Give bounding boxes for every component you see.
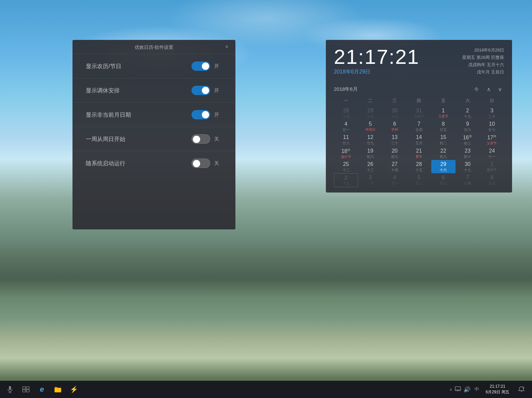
prev-month-button[interactable]: ∧ bbox=[485, 85, 493, 93]
taskbar-icon-sublime[interactable]: ⚡ bbox=[66, 382, 81, 397]
cal-day-jun4[interactable]: 4 廿一 bbox=[334, 120, 358, 133]
cal-week-4: 18休 端午节 19 初六 20 初七 21 夏至 22 初九 23 初十 bbox=[334, 147, 504, 160]
cal-day-jun8[interactable]: 8 廿五 bbox=[431, 120, 456, 133]
weekday-wed: 三 bbox=[382, 96, 407, 105]
toggle-holiday[interactable] bbox=[192, 86, 210, 95]
clock-info: 2018年6月29日 星期五 第26周 巨蟹座 戊戌狗年 五月十六 戊午月 壬辰… bbox=[462, 47, 504, 76]
network-icon bbox=[455, 386, 461, 391]
clock-section: 21:17:21 2018年6月29日 2018年6月29日 星期五 第26周 … bbox=[334, 47, 504, 80]
taskbar-icon-microphone[interactable] bbox=[3, 382, 17, 397]
cal-day-jul5[interactable]: 5 廿二 bbox=[407, 173, 431, 187]
tray-volume-icon[interactable]: 🔊 bbox=[464, 386, 470, 393]
cal-day-jun2[interactable]: 2 十九 bbox=[456, 106, 480, 120]
taskbar-left: e ⚡ bbox=[0, 382, 446, 397]
next-month-button[interactable]: ∨ bbox=[496, 85, 504, 93]
clock-info-line1: 2018年6月29日 bbox=[462, 47, 504, 54]
svg-rect-6 bbox=[26, 390, 29, 392]
toggle-auto-start[interactable] bbox=[192, 159, 210, 168]
cal-day-jul8[interactable]: 8 廿五 bbox=[480, 173, 504, 187]
taskbar-icon-edge[interactable]: e bbox=[35, 382, 49, 397]
toggle-knob-week-start bbox=[193, 136, 200, 143]
toggle-state-week-start: 关 bbox=[214, 136, 222, 142]
cal-day-jun19[interactable]: 19 初六 bbox=[358, 147, 382, 160]
toggle-lunar[interactable] bbox=[192, 62, 210, 71]
weekday-headers: 一 二 三 四 五 六 日 bbox=[334, 96, 504, 105]
cal-day-jun5[interactable]: 5 环境日 bbox=[358, 120, 382, 133]
cal-week-2: 4 廿一 5 环境日 6 芒种 7 廿四 8 廿五 9 廿六 bbox=[334, 120, 504, 133]
cal-day-may29[interactable]: 29 十五 bbox=[358, 106, 382, 120]
cal-day-jun15[interactable]: 15 初二 bbox=[431, 133, 456, 147]
settings-row-week-start: 一周从周日开始 关 bbox=[72, 127, 235, 151]
cal-week-6: 2 十九 3 二十 4 廿一 5 廿二 6 廿三 7 小暑 bbox=[334, 173, 504, 187]
cal-day-jun30[interactable]: 30 十七 bbox=[456, 160, 480, 173]
cal-day-jun26[interactable]: 26 十三 bbox=[358, 160, 382, 173]
settings-title: 优效日历-软件设置 bbox=[135, 45, 174, 51]
cal-day-may31[interactable]: 31 无烟日 bbox=[407, 106, 431, 120]
cal-day-jun17[interactable]: 17休 父亲节 bbox=[480, 133, 504, 147]
cal-day-jun25[interactable]: 25 十二 bbox=[334, 160, 358, 173]
settings-row-lunar: 显示农历/节日 开 bbox=[72, 54, 235, 78]
cal-day-jun1[interactable]: 1 儿童节 bbox=[431, 106, 456, 120]
cal-day-jun12[interactable]: 12 廿九 bbox=[358, 133, 382, 147]
taskbar-right: ∧ 🔊 中 21:17:21 6月29日 周五 2 bbox=[446, 382, 532, 397]
cal-day-may30[interactable]: 30 十六 bbox=[382, 106, 407, 120]
cal-day-jun24[interactable]: 24 十一 bbox=[480, 147, 504, 160]
settings-title-bar: 优效日历-软件设置 × bbox=[72, 40, 235, 54]
weekday-sun: 日 bbox=[480, 96, 504, 105]
tray-network-icon[interactable] bbox=[455, 386, 461, 392]
settings-close-button[interactable]: × bbox=[223, 43, 231, 51]
clock-info-line2: 星期五 第26周 巨蟹座 bbox=[462, 54, 504, 61]
current-date: 2018年6月29日 bbox=[334, 68, 419, 75]
cal-day-jun23[interactable]: 23 初十 bbox=[456, 147, 480, 160]
cal-day-jun16[interactable]: 16休 初三 bbox=[456, 133, 480, 147]
clock-info-line3: 戊戌狗年 五月十六 bbox=[462, 61, 504, 68]
today-button[interactable]: 今 bbox=[471, 86, 481, 93]
cal-day-jun21[interactable]: 21 夏至 bbox=[407, 147, 431, 160]
settings-label-auto-start: 随系统启动运行 bbox=[86, 160, 192, 167]
cal-day-may28[interactable]: 28 十四 bbox=[334, 106, 358, 120]
cal-day-jun29-today[interactable]: 29 十六 bbox=[431, 160, 456, 173]
settings-panel: 优效日历-软件设置 × 显示农历/节日 开 显示调休安排 开 显示非当前月日期 … bbox=[72, 40, 235, 229]
cal-day-jul7[interactable]: 7 小暑 bbox=[456, 173, 480, 187]
cal-day-jul1[interactable]: 1 建党节 bbox=[480, 160, 504, 173]
cal-day-jun3[interactable]: 3 二十 bbox=[480, 106, 504, 120]
toggle-knob-lunar bbox=[202, 63, 209, 70]
ime-indicator[interactable]: 中 bbox=[473, 386, 480, 393]
cal-day-jun27[interactable]: 27 十四 bbox=[382, 160, 407, 173]
task-view-icon bbox=[22, 386, 30, 392]
big-clock: 21:17:21 bbox=[334, 47, 419, 67]
toggle-state-auto-start: 关 bbox=[214, 160, 222, 167]
cal-day-jul3[interactable]: 3 二十 bbox=[358, 173, 382, 187]
cal-day-jun22[interactable]: 22 初九 bbox=[431, 147, 456, 160]
taskbar-icon-explorer[interactable] bbox=[51, 382, 65, 397]
cal-day-jun11[interactable]: 11 廿八 bbox=[334, 133, 358, 147]
cal-day-jul4[interactable]: 4 廿一 bbox=[382, 173, 407, 187]
cal-week-1: 28 十四 29 十五 30 十六 31 无烟日 1 儿童节 2 十九 bbox=[334, 106, 504, 120]
toggle-other-month[interactable] bbox=[192, 110, 210, 119]
toggle-week-start[interactable] bbox=[192, 134, 210, 144]
cal-week-5: 25 十二 26 十三 27 十四 28 十五 29 十六 30 十七 bbox=[334, 160, 504, 173]
tray-expand-icon[interactable]: ∧ bbox=[450, 387, 452, 392]
taskbar-clock[interactable]: 21:17:21 6月29日 周五 bbox=[483, 384, 512, 395]
cal-day-jun20[interactable]: 20 初七 bbox=[382, 147, 407, 160]
calendar-grid: 一 二 三 四 五 六 日 28 十四 29 十五 30 十六 31 bbox=[334, 96, 504, 187]
taskbar-icon-task-view[interactable] bbox=[19, 382, 33, 397]
cal-day-jun6[interactable]: 6 芒种 bbox=[382, 120, 407, 133]
calendar-nav: 今 ∧ ∨ bbox=[471, 85, 504, 93]
cal-day-jun14[interactable]: 14 五月 bbox=[407, 133, 431, 147]
svg-rect-4 bbox=[26, 387, 29, 389]
cal-day-jun18[interactable]: 18休 端午节 bbox=[334, 147, 358, 160]
month-label: 2018年6月 bbox=[334, 86, 471, 92]
cal-day-jun9[interactable]: 9 廿六 bbox=[456, 120, 480, 133]
cal-day-jun13[interactable]: 13 三十 bbox=[382, 133, 407, 147]
svg-rect-3 bbox=[23, 387, 26, 389]
cal-day-jul2[interactable]: 2 十九 bbox=[334, 173, 358, 187]
cal-day-jul6[interactable]: 6 廿三 bbox=[431, 173, 456, 187]
toggle-knob-auto-start bbox=[193, 160, 200, 167]
cal-day-jun10[interactable]: 10 廿七 bbox=[480, 120, 504, 133]
calendar-widget: 21:17:21 2018年6月29日 2018年6月29日 星期五 第26周 … bbox=[326, 40, 512, 193]
taskbar-notification-button[interactable]: 2 bbox=[515, 382, 528, 397]
cal-day-jun28[interactable]: 28 十五 bbox=[407, 160, 431, 173]
cal-day-jun7[interactable]: 7 廿四 bbox=[407, 120, 431, 133]
taskbar-date: 6月29日 周五 bbox=[486, 389, 509, 395]
